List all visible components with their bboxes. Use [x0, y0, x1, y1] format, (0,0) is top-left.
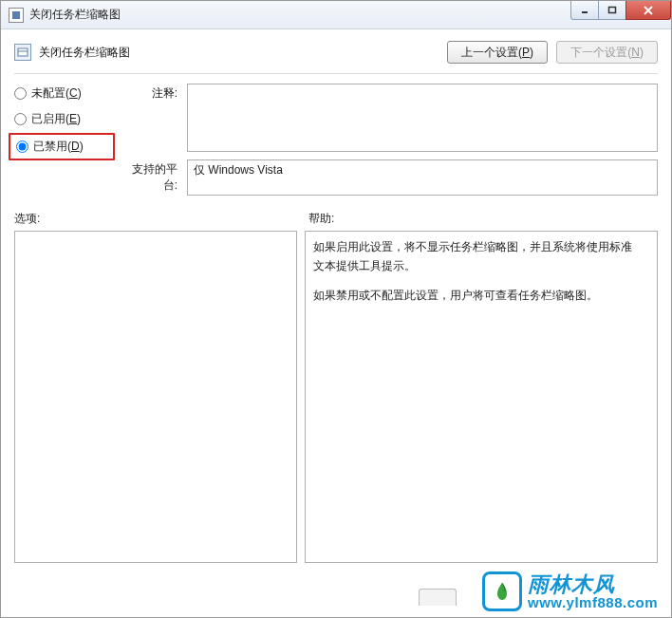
options-label: 选项:: [14, 211, 308, 227]
radio-disabled[interactable]: 已禁用(D): [9, 133, 115, 160]
radio-enabled-input[interactable]: [14, 113, 27, 125]
help-label: 帮助:: [308, 211, 334, 227]
radio-not-configured-input[interactable]: [14, 87, 27, 100]
platform-label: 支持的平台:: [126, 159, 181, 194]
config-row: 未配置(C) 已启用(E) 已禁用(D) 注释: 支持的平台: 仅 Window…: [14, 84, 658, 196]
svg-rect-0: [12, 11, 20, 19]
supported-platforms-box: 仅 Windows Vista: [187, 159, 658, 196]
policy-icon: [14, 44, 31, 61]
watermark-url: www.ylmf888.com: [528, 595, 658, 609]
close-button[interactable]: [625, 1, 671, 20]
app-icon: [9, 8, 24, 23]
platform-value: 仅 Windows Vista: [194, 163, 283, 177]
policy-title: 关闭任务栏缩略图: [39, 45, 130, 61]
window-controls: [571, 1, 671, 20]
svg-rect-2: [609, 7, 616, 12]
watermark-title: 雨林木风: [528, 574, 658, 595]
window-title: 关闭任务栏缩略图: [29, 7, 121, 23]
content-area: 关闭任务栏缩略图 上一个设置(P) 下一个设置(N) 未配置(C) 已启用(E): [1, 29, 671, 572]
options-panel: [14, 231, 297, 563]
radio-disabled-input[interactable]: [16, 140, 28, 153]
titlebar: 关闭任务栏缩略图: [1, 1, 671, 29]
next-setting-button[interactable]: 下一个设置(N): [556, 41, 658, 64]
help-paragraph-1: 如果启用此设置，将不显示任务栏缩略图，并且系统将使用标准文本提供工具提示。: [313, 237, 638, 276]
watermark: 雨林木风 www.ylmf888.com: [482, 571, 658, 611]
state-radio-group: 未配置(C) 已启用(E) 已禁用(D): [14, 84, 109, 196]
maximize-button[interactable]: [598, 1, 626, 20]
panels: 如果启用此设置，将不显示任务栏缩略图，并且系统将使用标准文本提供工具提示。 如果…: [14, 231, 658, 563]
section-labels: 选项: 帮助:: [14, 211, 658, 227]
help-panel: 如果启用此设置，将不显示任务栏缩略图，并且系统将使用标准文本提供工具提示。 如果…: [305, 231, 658, 563]
watermark-logo-icon: [482, 571, 522, 611]
header-row: 关闭任务栏缩略图 上一个设置(P) 下一个设置(N): [14, 41, 658, 64]
comment-label: 注释:: [126, 84, 181, 102]
radio-not-configured[interactable]: 未配置(C): [14, 85, 109, 102]
separator: [14, 73, 658, 74]
radio-enabled[interactable]: 已启用(E): [14, 111, 109, 127]
previous-setting-button[interactable]: 上一个设置(P): [447, 41, 548, 64]
minimize-button[interactable]: [570, 1, 599, 20]
help-paragraph-2: 如果禁用或不配置此设置，用户将可查看任务栏缩略图。: [313, 286, 638, 305]
cutoff-button: [419, 589, 457, 606]
comment-textarea[interactable]: [187, 84, 658, 152]
svg-rect-5: [18, 48, 28, 56]
